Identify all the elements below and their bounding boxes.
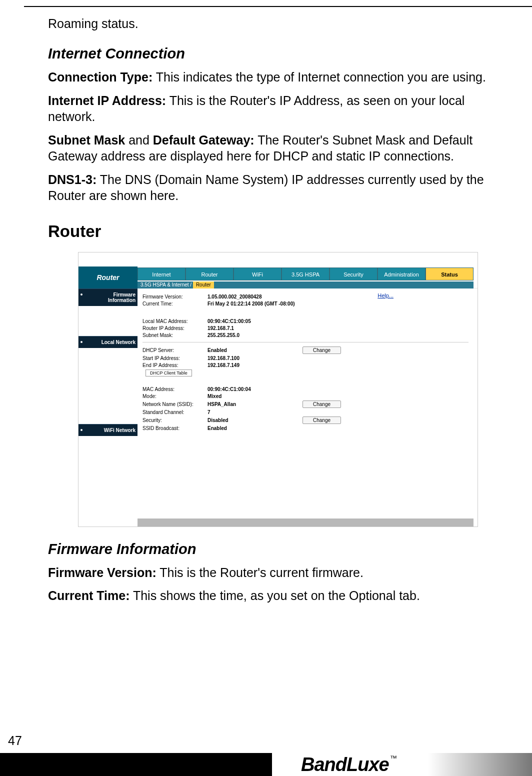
- label: Start IP Address:: [142, 356, 208, 361]
- footer-gradient: BandLuxe™: [272, 753, 532, 776]
- breadcrumb-current: Router: [193, 282, 214, 288]
- label: Current Time:: [142, 301, 208, 306]
- page-footer: 47 BandLuxe™: [0, 738, 532, 776]
- tab-security[interactable]: Security: [330, 268, 378, 280]
- sidebar-item-local-network[interactable]: Local Network: [78, 336, 138, 348]
- trademark-icon: ™: [390, 754, 396, 762]
- change-button[interactable]: Change: [302, 400, 341, 408]
- row-ssid: Network Name (SSID): HSPA_Allan Change: [142, 400, 468, 408]
- para-dns: DNS1-3: The DNS (Domain Name System) IP …: [48, 172, 508, 204]
- tab-administration[interactable]: Administration: [378, 268, 426, 280]
- bold-label: Internet IP Address:: [48, 94, 166, 108]
- brand-text: BandLuxe: [301, 754, 389, 775]
- change-button[interactable]: Change: [302, 346, 341, 354]
- value: HSPA_Allan: [208, 402, 302, 407]
- breadcrumb-prefix: 3.5G HSPA & Internet /: [140, 282, 192, 288]
- top-tabs: Internet Router WiFi 3.5G HSPA Security …: [138, 268, 474, 280]
- sidebar: Firmware Information Local Network WiFi …: [78, 288, 138, 522]
- value: 00:90:4C:C1:00:04: [208, 386, 302, 392]
- bold-label: Firmware Version:: [48, 566, 156, 580]
- tab-status[interactable]: Status: [426, 268, 474, 280]
- value: 1.05.000.002_20080428: [208, 294, 302, 300]
- value: 7: [208, 410, 302, 415]
- row-channel: Standard Channel: 7: [142, 410, 468, 415]
- row-firmware-version: Firmware Version: 1.05.000.002_20080428: [142, 294, 468, 300]
- bold-label: Default Gateway:: [153, 133, 254, 147]
- value: Enabled: [208, 426, 302, 431]
- bold-label: Subnet Mask: [48, 133, 125, 147]
- row-end-ip: End IP Address: 192.168.7.149: [142, 362, 468, 368]
- internet-connection-heading: Internet Connection: [48, 46, 508, 62]
- label: Firmware Version:: [142, 294, 208, 300]
- value: Mixed: [208, 394, 302, 399]
- label: SSID Broadcast:: [142, 426, 208, 431]
- tab-internet[interactable]: Internet: [138, 268, 186, 280]
- label: Router IP Address:: [142, 326, 208, 331]
- bold-label: DNS1-3:: [48, 172, 96, 186]
- para-text: The DNS (Domain Name System) IP addresse…: [48, 172, 484, 203]
- bold-label: Connection Type:: [48, 70, 152, 84]
- label: Security:: [142, 418, 208, 423]
- para-mid: and: [125, 133, 153, 147]
- row-current-time: Current Time: Fri May 2 01:22:14 2008 (G…: [142, 301, 468, 306]
- label: Mode:: [142, 394, 208, 399]
- value: 192.168.7.149: [208, 362, 302, 368]
- tab-router[interactable]: Router: [186, 268, 234, 280]
- brand-logo: BandLuxe™: [301, 754, 396, 776]
- breadcrumb: 3.5G HSPA & Internet / Router: [138, 282, 474, 288]
- router-heading: Router: [48, 222, 508, 241]
- row-router-ip: Router IP Address: 192.168.7.1: [142, 326, 468, 331]
- para-text: This indicates the type of Internet conn…: [152, 70, 486, 84]
- label: Standard Channel:: [142, 410, 208, 415]
- row-start-ip: Start IP Address: 192.168.7.100: [142, 356, 468, 361]
- row-dhcp-client-table: DHCP Client Table: [142, 370, 468, 376]
- firmware-information-heading: Firmware Information: [48, 541, 508, 558]
- label: DHCP Server:: [142, 348, 208, 353]
- value: 192.168.7.100: [208, 356, 302, 361]
- label: MAC Address:: [142, 386, 208, 392]
- para-text: This is the Router's current firmware.: [156, 566, 364, 580]
- sidebar-item-firmware[interactable]: Firmware Information: [78, 288, 138, 306]
- row-mac-address: MAC Address: 00:90:4C:C1:00:04: [142, 386, 468, 392]
- footer-black-block: [0, 753, 272, 776]
- bold-label: Current Time:: [48, 588, 130, 602]
- row-local-mac: Local MAC Address: 00:90:4C:C1:00:05: [142, 318, 468, 324]
- help-link[interactable]: Help...: [378, 292, 394, 298]
- value: 192.168.7.1: [208, 326, 302, 331]
- tab-wifi[interactable]: WiFi: [234, 268, 282, 280]
- row-security: Security: Disabled Change: [142, 416, 468, 424]
- label: Network Name (SSID):: [142, 402, 208, 407]
- value: Disabled: [208, 418, 302, 423]
- para-internet-ip: Internet IP Address: This is the Router'…: [48, 92, 508, 125]
- roaming-status-text: Roaming status.: [48, 16, 508, 32]
- row-ssid-broadcast: SSID Broadcast: Enabled: [142, 426, 468, 431]
- app-title: Router: [78, 266, 138, 288]
- para-subnet-gateway: Subnet Mask and Default Gateway: The Rou…: [48, 132, 508, 164]
- row-dhcp-server: DHCP Server: Enabled Change: [142, 346, 468, 354]
- main-panel: Help... Firmware Version: 1.05.000.002_2…: [138, 288, 474, 522]
- divider: [142, 342, 468, 342]
- row-subnet-mask: Subnet Mask: 255.255.255.0: [142, 332, 468, 338]
- label: Subnet Mask:: [142, 332, 208, 338]
- top-bar: Router Internet Router WiFi 3.5G HSPA Se…: [78, 252, 478, 288]
- para-connection-type: Connection Type: This indicates the type…: [48, 69, 508, 86]
- sidebar-item-wifi-network[interactable]: WiFi Network: [78, 424, 138, 436]
- change-button[interactable]: Change: [302, 416, 341, 424]
- value: 255.255.255.0: [208, 332, 302, 338]
- value: 00:90:4C:C1:00:05: [208, 318, 302, 324]
- value: Fri May 2 01:22:14 2008 (GMT -08:00): [208, 301, 302, 306]
- bottom-bar: [138, 518, 474, 526]
- para-firmware-version: Firmware Version: This is the Router's c…: [48, 564, 508, 581]
- row-mode: Mode: Mixed: [142, 394, 468, 399]
- label: End IP Address:: [142, 362, 208, 368]
- dhcp-client-table-button[interactable]: DHCP Client Table: [146, 370, 192, 376]
- router-screenshot: Router Internet Router WiFi 3.5G HSPA Se…: [78, 252, 478, 527]
- label: Local MAC Address:: [142, 318, 208, 324]
- para-text: This shows the time, as you set on the O…: [130, 588, 420, 602]
- page-number: 47: [8, 734, 22, 748]
- value: Enabled: [208, 348, 302, 353]
- tab-35g-hspa[interactable]: 3.5G HSPA: [282, 268, 330, 280]
- para-current-time: Current Time: This shows the time, as yo…: [48, 588, 508, 604]
